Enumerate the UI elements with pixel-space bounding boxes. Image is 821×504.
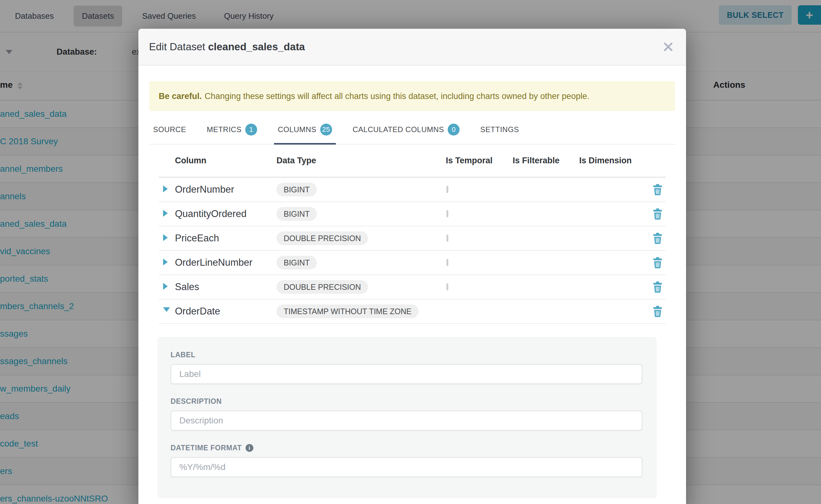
data-type-pill: TIMESTAMP WITHOUT TIME ZONE bbox=[276, 304, 419, 318]
label-input[interactable] bbox=[171, 364, 642, 384]
modal-body: Be careful. Changing these settings will… bbox=[138, 81, 686, 498]
column-detail-panel: LABEL DESCRIPTION DATETIME FORMAT i bbox=[157, 337, 657, 498]
column-name: PriceEach bbox=[175, 233, 276, 244]
column-name: OrderDate bbox=[175, 306, 276, 317]
data-type-pill: DOUBLE PRECISION bbox=[276, 280, 368, 294]
edit-dataset-modal: Edit Dataset cleaned_sales_data Be caref… bbox=[138, 29, 686, 504]
is-temporal-header: Is Temporal bbox=[446, 156, 513, 166]
tab-metrics[interactable]: METRICS 1 bbox=[203, 118, 261, 145]
tab-label: COLUMNS bbox=[278, 125, 316, 134]
close-button[interactable] bbox=[661, 40, 675, 54]
tab-source[interactable]: SOURCE bbox=[149, 118, 190, 145]
is-temporal-checkbox[interactable] bbox=[447, 210, 448, 217]
tab-label: SETTINGS bbox=[480, 125, 519, 134]
column-row: OrderLineNumber BIGINT bbox=[159, 251, 666, 275]
columns-table-header: Column Data Type Is Temporal Is Filterab… bbox=[159, 145, 666, 178]
tab-label: METRICS bbox=[207, 125, 242, 134]
modal-title: Edit Dataset cleaned_sales_data bbox=[149, 41, 305, 53]
columns-count-badge: 25 bbox=[320, 124, 332, 136]
column-row: PriceEach DOUBLE PRECISION bbox=[159, 226, 666, 251]
column-name: QuantityOrdered bbox=[175, 208, 276, 220]
delete-trash-icon[interactable] bbox=[653, 257, 662, 269]
expand-caret-icon[interactable] bbox=[163, 234, 168, 241]
warning-text: Changing these settings will affect all … bbox=[205, 91, 590, 101]
modal-header: Edit Dataset cleaned_sales_data bbox=[138, 29, 686, 66]
expand-caret-icon[interactable] bbox=[163, 210, 168, 217]
tab-settings[interactable]: SETTINGS bbox=[477, 118, 523, 145]
column-header: Column bbox=[175, 156, 276, 166]
column-row: QuantityOrdered BIGINT bbox=[159, 202, 666, 226]
expand-caret-icon[interactable] bbox=[163, 185, 168, 192]
tab-label: SOURCE bbox=[153, 125, 186, 134]
data-type-pill: BIGINT bbox=[276, 183, 317, 196]
column-row: Sales DOUBLE PRECISION bbox=[159, 275, 666, 299]
close-icon bbox=[663, 42, 674, 52]
calculated-columns-count-badge: 0 bbox=[448, 124, 460, 136]
datetime-format-input[interactable] bbox=[171, 457, 642, 477]
modal-dataset-name: cleaned_sales_data bbox=[208, 41, 305, 52]
data-type-pill: BIGINT bbox=[276, 207, 317, 221]
column-name: Sales bbox=[175, 281, 276, 293]
data-type-pill: BIGINT bbox=[276, 256, 317, 269]
is-dimension-header: Is Dimension bbox=[579, 156, 648, 166]
expand-caret-icon[interactable] bbox=[163, 259, 168, 265]
delete-trash-icon[interactable] bbox=[653, 208, 662, 220]
delete-trash-icon[interactable] bbox=[653, 306, 662, 317]
delete-trash-icon[interactable] bbox=[653, 184, 662, 195]
is-filterable-header: Is Filterable bbox=[513, 156, 579, 166]
info-icon[interactable]: i bbox=[245, 444, 253, 452]
data-type-header: Data Type bbox=[276, 156, 446, 166]
expand-caret-icon[interactable] bbox=[163, 283, 168, 290]
columns-table: Column Data Type Is Temporal Is Filterab… bbox=[159, 145, 666, 498]
column-name: OrderNumber bbox=[175, 184, 276, 195]
label-field-label: LABEL bbox=[171, 351, 657, 359]
column-row: OrderNumber BIGINT bbox=[159, 178, 666, 202]
warning-banner: Be careful. Changing these settings will… bbox=[149, 81, 675, 111]
delete-trash-icon[interactable] bbox=[653, 281, 662, 293]
metrics-count-badge: 1 bbox=[245, 124, 257, 136]
tab-label: CALCULATED COLUMNS bbox=[353, 125, 444, 134]
tab-bar: SOURCE METRICS 1 COLUMNS 25 CALCULATED C… bbox=[149, 118, 675, 145]
tab-calculated-columns[interactable]: CALCULATED COLUMNS 0 bbox=[349, 118, 464, 145]
datetime-format-field-label: DATETIME FORMAT i bbox=[171, 444, 657, 452]
data-type-pill: DOUBLE PRECISION bbox=[276, 231, 368, 245]
modal-title-prefix: Edit Dataset bbox=[149, 41, 205, 52]
column-name: OrderLineNumber bbox=[175, 257, 276, 268]
is-temporal-checkbox[interactable] bbox=[447, 259, 448, 266]
description-field-label: DESCRIPTION bbox=[171, 397, 657, 406]
is-temporal-checkbox[interactable] bbox=[447, 235, 448, 242]
is-temporal-checkbox[interactable] bbox=[447, 186, 448, 193]
delete-trash-icon[interactable] bbox=[653, 233, 662, 244]
description-input[interactable] bbox=[171, 411, 642, 431]
warning-bold: Be careful. bbox=[159, 91, 202, 101]
expand-caret-icon[interactable] bbox=[163, 307, 170, 315]
is-temporal-checkbox[interactable] bbox=[447, 283, 448, 290]
column-row: OrderDate TIMESTAMP WITHOUT TIME ZONE bbox=[159, 299, 666, 324]
tab-columns[interactable]: COLUMNS 25 bbox=[274, 118, 336, 145]
